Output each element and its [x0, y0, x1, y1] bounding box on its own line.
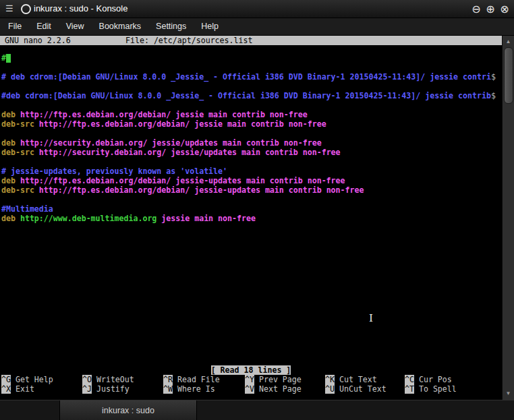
terminal-view[interactable]: GNU nano 2.2.6 File: /etc/apt/sources.li… [0, 36, 502, 400]
minimize-icon[interactable]: ⊖ [470, 3, 482, 16]
buffer-line[interactable]: # deb cdrom:[Debian GNU/Linux 8.0.0 _Jes… [1, 72, 502, 82]
menu-item-edit[interactable]: Edit [29, 18, 59, 35]
status-message: [ Read 18 lines ] [211, 365, 291, 375]
shortcut-exit: ^X Exit [1, 384, 82, 394]
text-segment: deb-src [1, 185, 39, 195]
buffer-line[interactable] [1, 195, 502, 204]
shortcut-key: ^Y [245, 375, 254, 384]
shortcut-key: ^O [82, 375, 92, 384]
text-segment: $ [491, 91, 496, 100]
shortcut-justify: ^J Justify [82, 384, 163, 394]
window-menu-icon[interactable]: ☰ [5, 3, 13, 14]
shortcut-key: ^K [325, 375, 335, 384]
text-segment: #deb cdrom:[Debian GNU/Linux 8.0.0 _Jess… [1, 91, 491, 100]
shortcut-key: ^W [163, 384, 173, 394]
buffer-line[interactable]: deb http://www.deb-multimedia.org jessie… [1, 214, 502, 223]
buffer-line[interactable] [1, 129, 502, 138]
shortcut-label: Cut Text [335, 375, 377, 384]
shortcut-uncut-text: ^U UnCut Text [325, 384, 405, 394]
text-segment: deb [1, 138, 20, 148]
menubar: FileEditViewBookmarksSettingsHelp [0, 18, 514, 36]
titlebar[interactable]: ☰ inkurax : sudo - Konsole ⊖ ⊕ ⊗ [0, 0, 514, 18]
shortcut-key: ^J [82, 384, 92, 394]
shortcut-get-help: ^G Get Help [1, 375, 82, 384]
buffer-line[interactable] [1, 100, 502, 110]
shortcut-key: ^R [163, 375, 173, 384]
text-segment: deb [1, 214, 20, 223]
scrollbar[interactable]: ▲ ▼ [502, 36, 514, 400]
shortcut-label: Where Is [173, 384, 215, 394]
scroll-up-icon[interactable]: ▲ [503, 37, 514, 47]
konsole-window: ☰ inkurax : sudo - Konsole ⊖ ⊕ ⊗ FileEdi… [0, 0, 514, 420]
shortcut-label: To Spell [414, 384, 457, 394]
buffer-line[interactable]: deb http://ftp.es.debian.org/debian/ jes… [1, 110, 502, 119]
text-segment: http://ftp.es.debian.org/debian/ jessie … [20, 110, 308, 119]
shortcut-label: Prev Page [254, 375, 302, 384]
tab-bar: inkurax : sudo [0, 400, 514, 420]
menu-item-help[interactable]: Help [194, 18, 226, 35]
buffer-line[interactable]: # jessie-updates, previously known as 'v… [1, 167, 502, 176]
buffer-line[interactable]: deb-src http://security.debian.org/ jess… [1, 148, 502, 157]
buffer-line[interactable]: deb http://ftp.es.debian.org/debian/ jes… [1, 176, 502, 185]
menu-item-settings[interactable]: Settings [148, 18, 194, 35]
nano-version: GNU nano 2.2.6 [5, 36, 71, 45]
text-segment: # deb cdrom:[Debian GNU/Linux 8.0.0 _Jes… [1, 72, 491, 82]
text-segment: http://www.deb-multimedia.org [20, 214, 156, 223]
nano-file-label: File: /etc/apt/sources.list [125, 36, 252, 45]
shortcut-key: ^V [245, 384, 254, 394]
buffer-line[interactable] [1, 82, 502, 91]
text-segment: # jessie-updates, previously known as 'v… [1, 167, 227, 176]
shortcut-label: Justify [92, 384, 130, 394]
window-buttons: ⊖ ⊕ ⊗ [470, 0, 511, 18]
nano-titlebar: GNU nano 2.2.6 File: /etc/apt/sources.li… [0, 36, 502, 45]
shortcut-cut-text: ^K Cut Text [325, 375, 405, 384]
mouse-ibeam-cursor: I [369, 312, 373, 324]
text-segment: deb [1, 176, 20, 185]
shortcut-cur-pos: ^C Cur Pos [405, 375, 502, 384]
buffer-line[interactable]: #Multimedia [1, 204, 502, 214]
text-segment: deb-src [1, 119, 39, 129]
nano-shortcut-row-2: ^X Exit^J Justify^W Where Is^V Next Page… [1, 384, 502, 394]
shortcut-label: Next Page [254, 384, 302, 394]
shortcut-key: ^G [1, 375, 11, 384]
text-segment: http://security.debian.org/ jessie/updat… [39, 148, 341, 157]
shortcut-key: ^U [325, 384, 335, 394]
buffer-line[interactable]: deb-src http://ftp.es.debian.org/debian/… [1, 185, 502, 195]
shortcut-where-is: ^W Where Is [163, 384, 245, 394]
maximize-icon[interactable]: ⊕ [484, 3, 496, 16]
buffer-line[interactable]: deb-src http://ftp.es.debian.org/debian/… [1, 119, 502, 129]
menu-item-bookmarks[interactable]: Bookmarks [92, 18, 149, 35]
text-segment: http://ftp.es.debian.org/debian/ jessie-… [20, 176, 345, 185]
buffer-line[interactable]: # [1, 53, 502, 63]
buffer-line[interactable]: #deb cdrom:[Debian GNU/Linux 8.0.0 _Jess… [1, 91, 502, 100]
nano-shortcut-row-1: ^G Get Help^O WriteOut^R Read File^Y Pre… [1, 375, 502, 384]
nano-statusbar: [ Read 18 lines ] [0, 365, 502, 375]
shortcut-key: ^C [405, 375, 414, 384]
text-segment: http://security.debian.org/ jessie/updat… [20, 138, 322, 148]
buffer-line[interactable]: deb http://security.debian.org/ jessie/u… [1, 138, 502, 148]
menu-item-view[interactable]: View [59, 18, 92, 35]
terminal-tab[interactable]: inkurax : sudo [59, 400, 197, 420]
text-segment: deb [1, 110, 20, 119]
menu-item-file[interactable]: File [1, 18, 29, 35]
text-segment: deb-src [1, 148, 39, 157]
buffer-line[interactable] [1, 157, 502, 167]
shortcut-writeout: ^O WriteOut [82, 375, 163, 384]
editor-buffer[interactable]: # # deb cdrom:[Debian GNU/Linux 8.0.0 _J… [1, 53, 502, 223]
close-icon[interactable]: ⊗ [498, 3, 511, 16]
shortcut-label: Cur Pos [414, 375, 452, 384]
text-segment: # [1, 53, 6, 63]
shortcut-label: UnCut Text [335, 384, 387, 394]
scrollbar-thumb[interactable] [504, 47, 513, 104]
shortcut-prev-page: ^Y Prev Page [245, 375, 325, 384]
scroll-down-icon[interactable]: ▼ [503, 389, 514, 398]
text-segment: jessie main non-free [156, 214, 256, 223]
buffer-line[interactable] [1, 63, 502, 72]
text-segment: http://ftp.es.debian.org/debian/ jessie-… [39, 185, 364, 195]
shortcut-key: ^T [405, 384, 414, 394]
text-segment: #Multimedia [1, 204, 53, 214]
shortcut-label: Get Help [11, 375, 53, 384]
shortcut-key: ^X [1, 384, 11, 394]
shortcut-label: Exit [11, 384, 34, 394]
shortcut-to-spell: ^T To Spell [405, 384, 502, 394]
